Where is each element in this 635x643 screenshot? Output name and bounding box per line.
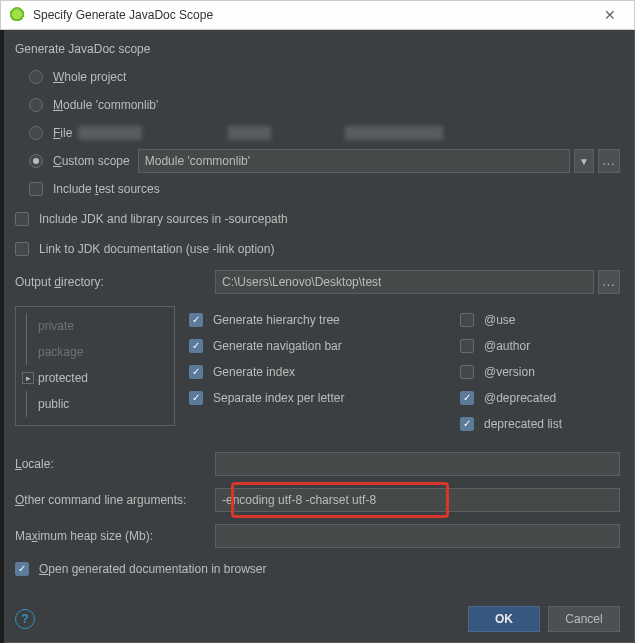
visibility-tree[interactable]: private package ▸protected public — [15, 306, 175, 426]
check-label: Include JDK and library sources in -sour… — [39, 212, 288, 226]
cli-args-row: Other command line arguments: — [15, 488, 620, 512]
radio-label: File — [53, 126, 72, 140]
vis-protected[interactable]: ▸protected — [22, 365, 168, 391]
custom-scope-combo[interactable]: Module 'commonlib' — [138, 149, 570, 173]
radio-icon — [29, 154, 43, 168]
vis-private[interactable]: private — [22, 313, 168, 339]
checkbox-icon — [460, 313, 474, 327]
radio-label: Custom scope — [53, 154, 130, 168]
check-deprecated-tag[interactable]: @deprecated — [460, 386, 620, 410]
check-use-tag[interactable]: @use — [460, 308, 620, 332]
checkbox-icon — [460, 391, 474, 405]
radio-file[interactable]: File — [29, 120, 620, 146]
dialog-footer: ? OK Cancel — [15, 598, 620, 632]
titlebar[interactable]: Specify Generate JavaDoc Scope ✕ — [0, 0, 635, 30]
checkbox-icon — [189, 391, 203, 405]
scope-section-label: Generate JavaDoc scope — [15, 42, 620, 56]
checkbox-icon — [460, 365, 474, 379]
checkbox-icon — [189, 339, 203, 353]
locale-input[interactable] — [215, 452, 620, 476]
checkbox-icon — [15, 212, 29, 226]
checkbox-icon — [15, 242, 29, 256]
check-hierarchy-tree[interactable]: Generate hierarchy tree — [189, 308, 446, 332]
check-include-jdk-sources[interactable]: Include JDK and library sources in -sour… — [15, 206, 620, 232]
check-version-tag[interactable]: @version — [460, 360, 620, 384]
checkbox-icon — [15, 562, 29, 576]
check-label: Generate hierarchy tree — [213, 313, 340, 327]
output-directory-input[interactable] — [215, 270, 594, 294]
window-title: Specify Generate JavaDoc Scope — [33, 8, 590, 22]
locale-row: Locale: — [15, 452, 620, 476]
combo-value: Module 'commonlib' — [145, 154, 250, 168]
check-label: Separate index per letter — [213, 391, 344, 405]
radio-label: Whole project — [53, 70, 126, 84]
ok-button[interactable]: OK — [468, 606, 540, 632]
locale-label: Locale: — [15, 457, 215, 471]
check-generate-index[interactable]: Generate index — [189, 360, 446, 384]
check-separate-index[interactable]: Separate index per letter — [189, 386, 446, 410]
check-open-browser[interactable]: Open generated documentation in browser — [15, 556, 620, 582]
file-path-blurred — [78, 126, 508, 140]
close-icon[interactable]: ✕ — [590, 1, 630, 29]
output-directory-row: Output directory: ... — [15, 270, 620, 294]
combo-dropdown-button[interactable]: ▼ — [574, 149, 594, 173]
dialog-body: Generate JavaDoc scope Whole project Mod… — [0, 30, 635, 643]
check-label: deprecated list — [484, 417, 562, 431]
check-deprecated-list[interactable]: deprecated list — [460, 412, 620, 436]
check-label: Generate index — [213, 365, 295, 379]
scope-radio-group: Whole project Module 'commonlib' File Cu… — [15, 62, 620, 204]
cancel-button[interactable]: Cancel — [548, 606, 620, 632]
chevron-down-icon: ▼ — [579, 156, 589, 167]
checkbox-icon — [189, 365, 203, 379]
radio-module[interactable]: Module 'commonlib' — [29, 92, 620, 118]
check-link-jdk-doc[interactable]: Link to JDK documentation (use -link opt… — [15, 236, 620, 262]
ide-left-edge — [0, 30, 4, 643]
checkbox-icon — [29, 182, 43, 196]
radio-icon — [29, 98, 43, 112]
output-directory-label: Output directory: — [15, 275, 215, 289]
tree-expand-icon: ▸ — [22, 372, 34, 384]
mid-options: private package ▸protected public Genera… — [15, 306, 620, 438]
scope-ellipsis-button[interactable]: ... — [598, 149, 620, 173]
checkbox-icon — [460, 417, 474, 431]
check-label: Link to JDK documentation (use -link opt… — [39, 242, 274, 256]
heap-size-input[interactable] — [215, 524, 620, 548]
check-navigation-bar[interactable]: Generate navigation bar — [189, 334, 446, 358]
check-label: Include test sources — [53, 182, 160, 196]
check-label: @use — [484, 313, 516, 327]
generate-options-column: Generate hierarchy tree Generate navigat… — [189, 306, 446, 438]
heap-size-row: Maximum heap size (Mb): — [15, 524, 620, 548]
radio-label: Module 'commonlib' — [53, 98, 158, 112]
radio-whole-project[interactable]: Whole project — [29, 64, 620, 90]
tag-options-column: @use @author @version @deprecated deprec… — [460, 306, 620, 438]
output-browse-button[interactable]: ... — [598, 270, 620, 294]
cli-args-label: Other command line arguments: — [15, 493, 215, 507]
check-label: @version — [484, 365, 535, 379]
app-icon — [9, 7, 25, 23]
radio-icon — [29, 126, 43, 140]
vis-package[interactable]: package — [22, 339, 168, 365]
check-label: @author — [484, 339, 530, 353]
check-label: @deprecated — [484, 391, 556, 405]
check-author-tag[interactable]: @author — [460, 334, 620, 358]
checkbox-icon — [189, 313, 203, 327]
check-label: Generate navigation bar — [213, 339, 342, 353]
cli-args-input[interactable] — [215, 488, 620, 512]
checkbox-icon — [460, 339, 474, 353]
radio-icon — [29, 70, 43, 84]
check-include-tests[interactable]: Include test sources — [29, 176, 620, 202]
check-label: Open generated documentation in browser — [39, 562, 267, 576]
radio-custom-scope[interactable]: Custom scope Module 'commonlib' ▼ ... — [29, 148, 620, 174]
vis-public[interactable]: public — [22, 391, 168, 417]
heap-size-label: Maximum heap size (Mb): — [15, 529, 215, 543]
help-icon[interactable]: ? — [15, 609, 35, 629]
